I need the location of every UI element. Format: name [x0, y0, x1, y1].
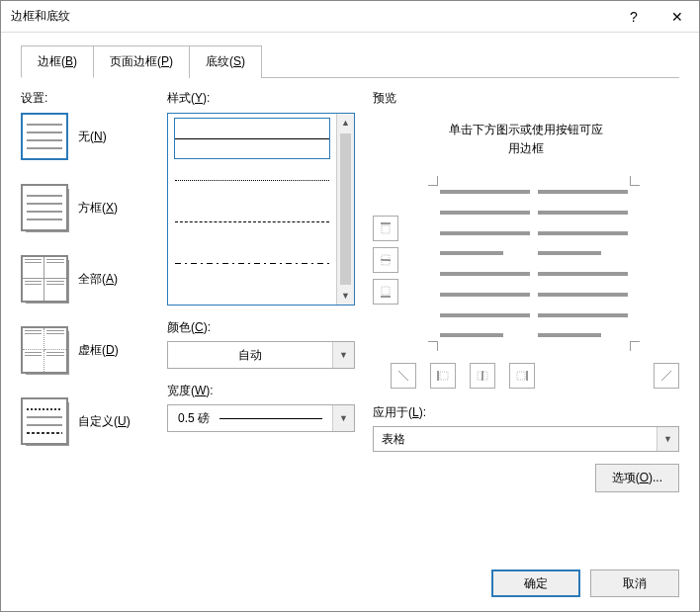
svg-line-13	[661, 371, 671, 381]
border-right-button[interactable]	[509, 363, 535, 389]
chevron-down-icon[interactable]: ▼	[332, 405, 354, 431]
border-vmid-button[interactable]	[470, 363, 495, 389]
setting-all[interactable]: 全部(A)	[21, 255, 149, 303]
setting-all-label: 全部(A)	[78, 271, 118, 288]
svg-rect-1	[382, 225, 390, 233]
preview-label: 预览	[373, 90, 679, 107]
preview-diagram	[373, 176, 679, 389]
color-combo[interactable]: 自动 ▼	[167, 341, 355, 369]
titlebar: 边框和底纹 ? ✕	[1, 1, 699, 33]
scroll-up-icon[interactable]: ▲	[337, 114, 354, 131]
apply-to-combo[interactable]: 表格 ▼	[373, 426, 679, 452]
tab-bar: 边框(B) 页面边框(P) 底纹(S)	[21, 44, 679, 78]
setting-custom-label: 自定义(U)	[78, 413, 131, 430]
style-listbox[interactable]: ▲ ▼	[167, 113, 355, 306]
svg-rect-8	[440, 372, 448, 380]
style-scrollbar[interactable]: ▲ ▼	[336, 114, 354, 305]
tab-borders[interactable]: 边框(B)	[21, 45, 94, 78]
chevron-down-icon[interactable]: ▼	[332, 342, 354, 368]
options-button[interactable]: 选项(O)...	[595, 464, 679, 492]
dialog-title: 边框和底纹	[11, 8, 612, 25]
setting-box-label: 方框(X)	[78, 200, 118, 217]
style-option-dashed[interactable]	[174, 201, 330, 242]
setting-custom[interactable]: 自定义(U)	[21, 397, 149, 445]
border-top-button[interactable]	[373, 216, 398, 241]
ok-button[interactable]: 确定	[491, 569, 580, 597]
tab-page-borders[interactable]: 页面边框(P)	[93, 45, 190, 78]
style-label: 样式(Y):	[167, 90, 355, 107]
preview-hint: 单击下方图示或使用按钮可应用边框	[373, 121, 679, 158]
border-left-button[interactable]	[430, 363, 456, 389]
setting-none[interactable]: 无(N)	[21, 113, 149, 160]
chevron-down-icon[interactable]: ▼	[656, 427, 678, 451]
tab-shading[interactable]: 底纹(S)	[189, 45, 262, 78]
color-value: 自动	[168, 347, 332, 364]
border-diag-down-button[interactable]	[391, 363, 416, 389]
width-value: 0.5 磅	[168, 410, 332, 427]
setting-box-icon	[21, 184, 68, 231]
svg-line-6	[398, 371, 408, 381]
settings-label: 设置:	[21, 90, 149, 107]
close-button[interactable]: ✕	[656, 1, 699, 33]
border-bottom-button[interactable]	[373, 279, 398, 305]
dialog-footer: 确定 取消	[1, 556, 699, 611]
setting-custom-icon	[21, 397, 68, 445]
style-option-dashdot[interactable]	[174, 242, 330, 284]
style-option-dotted[interactable]	[174, 159, 330, 201]
scroll-down-icon[interactable]: ▼	[337, 287, 354, 305]
setting-all-icon	[21, 255, 68, 303]
border-diag-up-button[interactable]	[654, 363, 679, 389]
setting-grid-icon	[21, 326, 68, 374]
color-label: 颜色(C):	[167, 319, 355, 336]
apply-to-value: 表格	[374, 431, 656, 448]
preview-canvas[interactable]	[428, 176, 640, 351]
setting-grid[interactable]: 虚框(D)	[21, 326, 149, 374]
apply-to-label: 应用于(L):	[373, 404, 679, 421]
setting-none-icon	[21, 113, 68, 160]
style-option-solid[interactable]	[174, 118, 330, 159]
help-button[interactable]: ?	[612, 1, 656, 33]
setting-box[interactable]: 方框(X)	[21, 184, 149, 231]
svg-rect-12	[517, 372, 525, 380]
border-hmid-button[interactable]	[373, 247, 398, 273]
scroll-thumb[interactable]	[340, 133, 351, 285]
width-label: 宽度(W):	[167, 383, 355, 399]
cancel-button[interactable]: 取消	[590, 569, 679, 597]
width-combo[interactable]: 0.5 磅 ▼	[167, 404, 355, 432]
svg-rect-5	[382, 287, 390, 295]
setting-none-label: 无(N)	[78, 129, 107, 145]
setting-grid-label: 虚框(D)	[78, 342, 119, 359]
